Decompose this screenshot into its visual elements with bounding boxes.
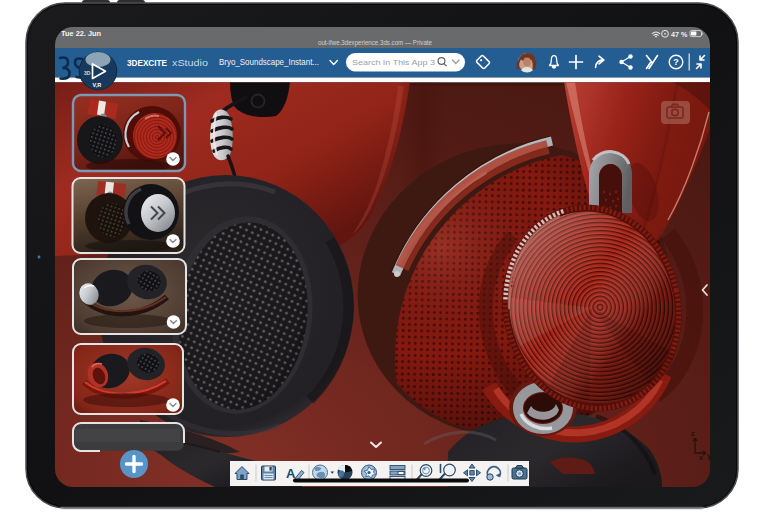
svg-text:3D: 3D [84,70,91,76]
svg-text:xStudio: xStudio [172,57,209,68]
svg-text:?: ? [673,57,679,67]
svg-text:Tue 22. Jun: Tue 22. Jun [61,29,102,38]
svg-text:out-ifwe.3dexperience.3ds.com: out-ifwe.3dexperience.3ds.com — Private [318,39,432,47]
svg-text:V,R: V,R [93,82,102,88]
svg-text:3DEXCITE: 3DEXCITE [127,57,167,68]
svg-text:47 %: 47 % [671,30,688,39]
svg-text:Search In This App 3: Search In This App 3 [352,58,435,67]
svg-text:z: z [691,429,695,438]
svg-text:Bryo_Soundscape_Instant...: Bryo_Soundscape_Instant... [219,56,319,67]
